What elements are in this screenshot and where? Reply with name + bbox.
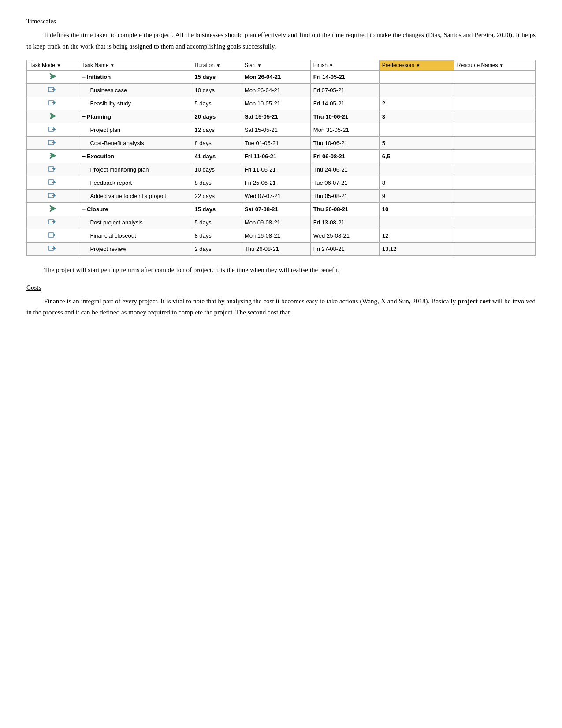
table-row: −Planning20 daysSat 15-05-21Thu 10-06-21… — [27, 110, 536, 123]
table-row: Feedback report8 daysFri 25-06-21Tue 06-… — [27, 176, 536, 190]
predecessors-cell-execution: 6,5 — [379, 150, 454, 163]
resource-names-cell-planning — [454, 110, 535, 123]
start-cell-post-project-analysis: Mon 09-08-21 — [242, 216, 310, 229]
table-row: −Initiation15 daysMon 26-04-21Fri 14-05-… — [27, 71, 536, 84]
resource-names-cell-financial-closeout — [454, 229, 535, 243]
finish-cell-project-monitoring-plan: Thu 24-06-21 — [310, 163, 379, 176]
predecessors-cell-feasibility-study: 2 — [379, 97, 454, 110]
finish-cell-initiation: Fri 14-05-21 — [310, 71, 379, 84]
task-name-cell-added-value: Added value to cleint's project — [79, 190, 192, 203]
predecessors-cell-business-case — [379, 84, 454, 97]
finish-cell-financial-closeout: Wed 25-08-21 — [310, 229, 379, 243]
resource-names-cell-post-project-analysis — [454, 216, 535, 229]
after-table-paragraph: The project will start getting returns a… — [26, 265, 536, 276]
finish-cell-added-value: Thu 05-08-21 — [310, 190, 379, 203]
table-row: −Closure15 daysSat 07-08-21Thu 26-08-211… — [27, 203, 536, 216]
resource-names-cell-added-value — [454, 190, 535, 203]
task-name-cell-financial-closeout: Financial closeout — [79, 229, 192, 243]
start-cell-financial-closeout: Mon 16-08-21 — [242, 229, 310, 243]
task-mode-cell-execution — [27, 150, 79, 163]
start-cell-project-plan: Sat 15-05-21 — [242, 123, 310, 137]
task-name-cell-feasibility-study: Feasibility study — [79, 97, 192, 110]
resource-names-cell-project-plan — [454, 123, 535, 137]
duration-cell-added-value: 22 days — [192, 190, 242, 203]
predecessors-cell-post-project-analysis — [379, 216, 454, 229]
th-task-name: Task Name ▼ — [79, 60, 192, 71]
duration-cell-financial-closeout: 8 days — [192, 229, 242, 243]
task-mode-cell-added-value — [27, 190, 79, 203]
finish-cell-execution: Fri 06-08-21 — [310, 150, 379, 163]
task-mode-cell-initiation — [27, 71, 79, 84]
predecessors-cell-feedback-report: 8 — [379, 176, 454, 190]
duration-cell-feasibility-study: 5 days — [192, 97, 242, 110]
sort-icon-task-name[interactable]: ▼ — [110, 63, 115, 68]
predecessors-cell-financial-closeout: 12 — [379, 229, 454, 243]
task-mode-cell-project-plan — [27, 123, 79, 137]
task-mode-cell-post-project-analysis — [27, 216, 79, 229]
table-header-row: Task Mode ▼ Task Name ▼ Duration ▼ Start… — [27, 60, 536, 71]
task-name-cell-initiation: −Initiation — [79, 71, 192, 84]
duration-cell-initiation: 15 days — [192, 71, 242, 84]
duration-cell-project-monitoring-plan: 10 days — [192, 163, 242, 176]
sort-icon-predecessors[interactable]: ▼ — [416, 63, 420, 68]
resource-names-cell-project-monitoring-plan — [454, 163, 535, 176]
sort-icon-task-mode[interactable]: ▼ — [56, 63, 61, 68]
duration-cell-business-case: 10 days — [192, 84, 242, 97]
sort-icon-start[interactable]: ▼ — [257, 63, 262, 68]
costs-heading: Costs — [26, 284, 41, 291]
task-mode-cell-project-review — [27, 243, 79, 256]
th-finish: Finish ▼ — [310, 60, 379, 71]
task-mode-cell-feedback-report — [27, 176, 79, 190]
duration-cell-project-review: 2 days — [192, 243, 242, 256]
task-mode-cell-feasibility-study — [27, 97, 79, 110]
sort-icon-resource-names[interactable]: ▼ — [499, 63, 504, 68]
predecessors-cell-added-value: 9 — [379, 190, 454, 203]
table-row: −Execution41 daysFri 11-06-21Fri 06-08-2… — [27, 150, 536, 163]
finish-cell-project-plan: Mon 31-05-21 — [310, 123, 379, 137]
predecessors-cell-project-plan — [379, 123, 454, 137]
start-cell-closure: Sat 07-08-21 — [242, 203, 310, 216]
predecessors-cell-project-review: 13,12 — [379, 243, 454, 256]
start-cell-feasibility-study: Mon 10-05-21 — [242, 97, 310, 110]
task-mode-cell-closure — [27, 203, 79, 216]
duration-cell-execution: 41 days — [192, 150, 242, 163]
resource-names-cell-feedback-report — [454, 176, 535, 190]
th-predecessors: Predecessors ▼ — [379, 60, 454, 71]
table-row: Project plan12 daysSat 15-05-21Mon 31-05… — [27, 123, 536, 137]
table-row: Cost-Benefit analysis8 daysTue 01-06-21T… — [27, 137, 536, 150]
th-duration: Duration ▼ — [192, 60, 242, 71]
th-start: Start ▼ — [242, 60, 310, 71]
table-row: Post project analysis5 daysMon 09-08-21F… — [27, 216, 536, 229]
start-cell-feedback-report: Fri 25-06-21 — [242, 176, 310, 190]
start-cell-execution: Fri 11-06-21 — [242, 150, 310, 163]
finish-cell-feasibility-study: Fri 14-05-21 — [310, 97, 379, 110]
th-resource-names: Resource Names ▼ — [454, 60, 535, 71]
resource-names-cell-closure — [454, 203, 535, 216]
sort-icon-duration[interactable]: ▼ — [216, 63, 220, 68]
table-body: −Initiation15 daysMon 26-04-21Fri 14-05-… — [27, 71, 536, 256]
finish-cell-closure: Thu 26-08-21 — [310, 203, 379, 216]
th-task-mode: Task Mode ▼ — [27, 60, 79, 71]
resource-names-cell-business-case — [454, 84, 535, 97]
task-mode-cell-project-monitoring-plan — [27, 163, 79, 176]
finish-cell-cost-benefit-analysis: Thu 10-06-21 — [310, 137, 379, 150]
finish-cell-feedback-report: Tue 06-07-21 — [310, 176, 379, 190]
start-cell-project-review: Thu 26-08-21 — [242, 243, 310, 256]
task-name-cell-closure: −Closure — [79, 203, 192, 216]
task-name-cell-project-review: Project review — [79, 243, 192, 256]
task-name-cell-project-monitoring-plan: Project monitoring plan — [79, 163, 192, 176]
duration-cell-project-plan: 12 days — [192, 123, 242, 137]
start-cell-initiation: Mon 26-04-21 — [242, 71, 310, 84]
start-cell-planning: Sat 15-05-21 — [242, 110, 310, 123]
duration-cell-cost-benefit-analysis: 8 days — [192, 137, 242, 150]
table-row: Business case10 daysMon 26-04-21Fri 07-0… — [27, 84, 536, 97]
resource-names-cell-feasibility-study — [454, 97, 535, 110]
duration-cell-post-project-analysis: 5 days — [192, 216, 242, 229]
table-row: Feasibility study5 daysMon 10-05-21Fri 1… — [27, 97, 536, 110]
duration-cell-planning: 20 days — [192, 110, 242, 123]
table-row: Project monitoring plan10 daysFri 11-06-… — [27, 163, 536, 176]
sort-icon-finish[interactable]: ▼ — [329, 63, 333, 68]
start-cell-business-case: Mon 26-04-21 — [242, 84, 310, 97]
task-name-cell-planning: −Planning — [79, 110, 192, 123]
task-name-cell-execution: −Execution — [79, 150, 192, 163]
